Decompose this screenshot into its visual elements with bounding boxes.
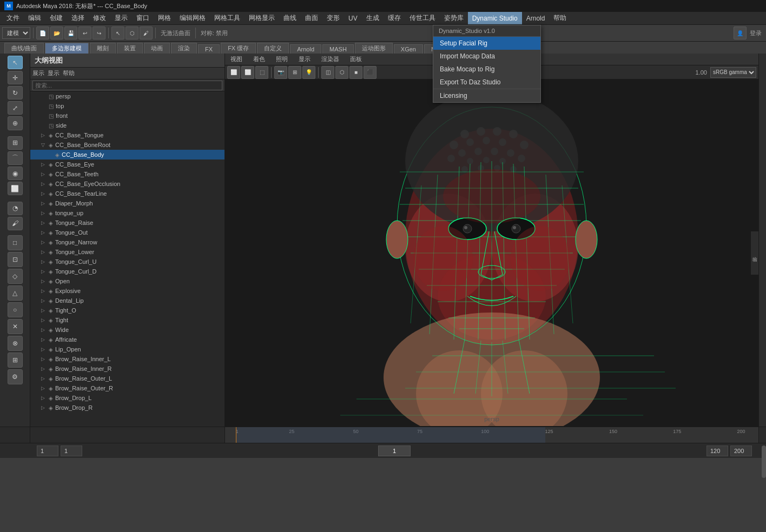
tab-arnold[interactable]: Arnold	[290, 44, 321, 54]
menu-xgen[interactable]: 传世工具	[405, 12, 440, 24]
tool-d[interactable]: △	[8, 285, 23, 301]
snap-to-curve[interactable]: ⌒	[8, 151, 23, 165]
menu-curves[interactable]: 曲线	[279, 12, 301, 24]
gamma-select[interactable]: sRGB gamma	[710, 67, 756, 78]
select-tool[interactable]: ↖	[8, 56, 23, 69]
list-item[interactable]: ▷ ◈ Tongue_Curl_U	[30, 257, 224, 267]
tab-curves-surfaces[interactable]: 曲线/曲面	[4, 43, 44, 54]
undo-btn[interactable]: ↩	[78, 26, 91, 39]
list-item[interactable]: ▷ ◈ Tongue_Curl_D	[30, 267, 224, 276]
viewport-menu-shading[interactable]: 着色	[251, 55, 267, 63]
snap-to-grid[interactable]: ⊞	[8, 136, 23, 150]
tab-custom[interactable]: 自定义	[257, 43, 289, 54]
vp-iso[interactable]: ◫	[321, 66, 334, 79]
menu-window[interactable]: 窗口	[132, 12, 154, 24]
user-btn[interactable]: 👤	[734, 26, 747, 39]
tool-f[interactable]: ✕	[8, 319, 23, 334]
list-item-tight-o[interactable]: ▷ ◈ Dental_Lip	[30, 296, 224, 305]
open-file-btn[interactable]: 📂	[50, 26, 63, 39]
tool-h[interactable]: ⊞	[8, 353, 23, 368]
search-input[interactable]	[32, 81, 222, 90]
list-item[interactable]: ◳ persp	[30, 91, 224, 101]
outliner-scrollbar-thumb[interactable]	[762, 445, 766, 478]
list-item-boneroot[interactable]: ▽ ◈ CC_Base_BoneRoot	[30, 140, 224, 150]
list-item[interactable]: ▷ ◈ Wide	[30, 325, 224, 335]
paint-weights[interactable]: 🖌	[8, 217, 23, 230]
menu-mesh[interactable]: 网格	[154, 12, 175, 24]
list-item-tongue-lower[interactable]: ▷ ◈ Tongue_Lower	[30, 247, 224, 257]
tool-settings[interactable]: ⚙	[8, 369, 23, 384]
tab-fx[interactable]: FX	[198, 44, 220, 54]
status-frame2[interactable]: 1	[61, 445, 82, 456]
viewport-menu-display[interactable]: 显示	[296, 55, 313, 63]
viewport-menu-renderer[interactable]: 渲染器	[319, 55, 341, 63]
outliner-menu-display[interactable]: 显示	[48, 69, 60, 77]
list-item[interactable]: ▷ ◈ CC_Base_Teeth	[30, 169, 224, 179]
menu-file[interactable]: 文件	[2, 12, 24, 24]
range-end[interactable]: 120	[706, 445, 728, 456]
dropdown-item-import-mocap[interactable]: Import Mocap Data	[433, 50, 540, 63]
vp-solid[interactable]: ■	[349, 66, 362, 79]
list-item[interactable]: ▷ ◈ Lip_Open	[30, 344, 224, 354]
menu-edit[interactable]: 编辑	[24, 12, 45, 24]
tab-render[interactable]: 渲染	[171, 43, 197, 54]
tool-e[interactable]: ○	[8, 302, 23, 317]
save-file-btn[interactable]: 💾	[64, 26, 77, 39]
menu-help[interactable]: 帮助	[549, 12, 571, 24]
tab-mash[interactable]: MASH	[322, 44, 354, 54]
redo-btn[interactable]: ↪	[93, 26, 105, 39]
vp-grid[interactable]: ⊞	[288, 66, 301, 79]
vp-tool-1[interactable]: ⬜	[227, 66, 240, 79]
paint-tool-btn[interactable]: 🖌	[140, 26, 153, 39]
menu-pose[interactable]: 姿势库	[440, 12, 468, 24]
viewport-menu-lighting[interactable]: 照明	[274, 55, 290, 63]
lasso-tool-btn[interactable]: ⬡	[126, 26, 138, 39]
list-item[interactable]: ▷ ◈ Brow_Raise_Inner_R	[30, 364, 224, 374]
menu-display[interactable]: 显示	[110, 12, 132, 24]
list-item[interactable]: ◳ top	[30, 101, 224, 111]
list-item[interactable]: ▷ ◈ Tongue_Raise	[30, 218, 224, 228]
face-3d-view[interactable]: persp	[225, 79, 758, 427]
vp-camera[interactable]: 📷	[274, 66, 287, 79]
list-item-tongue[interactable]: ▷ ◈ CC_Base_Tongue	[30, 130, 224, 140]
select-tool-btn[interactable]: ↖	[111, 26, 124, 39]
soft-select[interactable]: ◔	[8, 202, 23, 215]
menu-cache[interactable]: 缓存	[384, 12, 405, 24]
tool-c[interactable]: ◇	[8, 269, 23, 284]
tool-b[interactable]: ⊡	[8, 252, 23, 267]
universal-tool[interactable]: ⊕	[8, 116, 23, 130]
current-frame-display[interactable]: 1	[378, 445, 411, 456]
list-item[interactable]: ▷ ◈ CC_Base_TearLine	[30, 189, 224, 198]
menu-select[interactable]: 选择	[67, 12, 89, 24]
scale-tool[interactable]: ⤢	[8, 101, 23, 115]
menu-mesh-display[interactable]: 网格显示	[245, 12, 279, 24]
list-item-body[interactable]: ◈ CC_Base_Body	[30, 150, 224, 159]
dropdown-item-setup-facial-rig[interactable]: Setup Facial Rig	[433, 37, 540, 50]
menu-modify[interactable]: 修改	[89, 12, 110, 24]
list-item[interactable]: ▷ ◈ Diaper_Morph	[30, 198, 224, 208]
vp-light[interactable]: 💡	[302, 66, 315, 79]
viewport-canvas[interactable]: persp 输出	[225, 79, 758, 427]
list-item[interactable]: ◳ side	[30, 121, 224, 130]
list-item[interactable]: ▷ ◈ tongue_up	[30, 208, 224, 218]
list-item[interactable]: ▷ ◈ Brow_Raise_Outer_R	[30, 383, 224, 393]
menu-arnold[interactable]: Arnold	[522, 12, 550, 24]
vp-wire[interactable]: ⬡	[335, 66, 348, 79]
viewport-menu-view[interactable]: 视图	[228, 55, 245, 63]
menu-surfaces[interactable]: 曲面	[301, 12, 322, 24]
new-file-btn[interactable]: 📄	[36, 26, 49, 39]
tab-motion[interactable]: 运动图形	[355, 43, 393, 54]
rotate-tool[interactable]: ↻	[8, 86, 23, 99]
menu-create[interactable]: 创建	[45, 12, 67, 24]
tool-g[interactable]: ⊗	[8, 336, 23, 351]
list-item[interactable]: ▷ ◈ Open	[30, 276, 224, 286]
status-frame1[interactable]: 1	[37, 445, 58, 456]
dropdown-item-bake-mocap[interactable]: Bake Mocap to Rig	[433, 63, 540, 76]
timeline-ruler[interactable]: 1 25 50 75 100 125 150 175 200	[225, 427, 758, 443]
list-item[interactable]: ▷ ◈ Brow_Drop_R	[30, 403, 224, 413]
list-item[interactable]: ▷ ◈ Brow_Raise_Inner_L	[30, 354, 224, 364]
menu-deform[interactable]: 变形	[322, 12, 344, 24]
tab-sculpt[interactable]: 雕刻	[90, 43, 116, 54]
list-item[interactable]: ▷ ◈ Tight	[30, 315, 224, 325]
tab-polygon[interactable]: 多边形建模	[45, 43, 89, 54]
